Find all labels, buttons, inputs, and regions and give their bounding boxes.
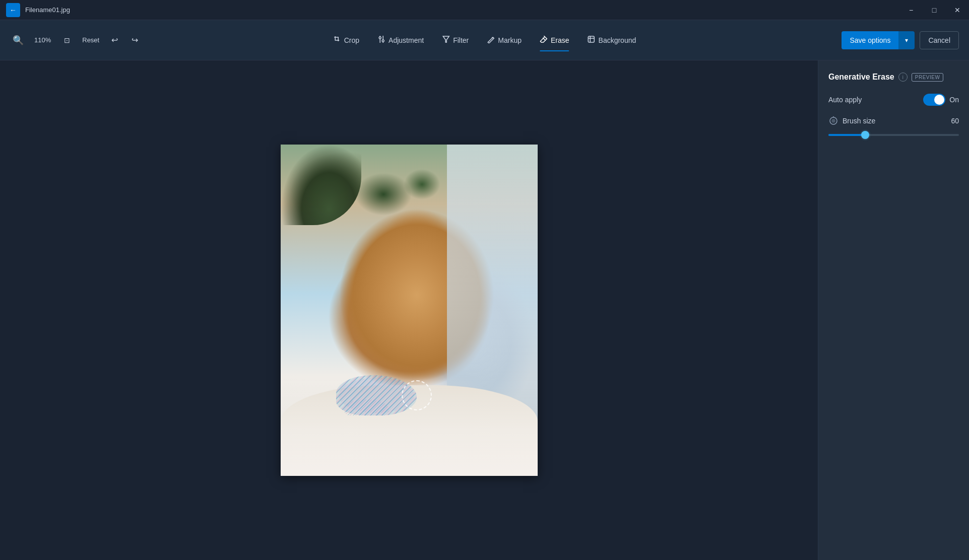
back-button[interactable]: ← [6, 3, 20, 17]
right-panel: Generative Erase i PREVIEW Auto apply On [818, 60, 969, 560]
back-icon: ← [10, 6, 17, 14]
adjustment-tool-button[interactable]: Adjustment [369, 31, 432, 49]
svg-point-0 [379, 37, 381, 39]
toolbar-left-controls: 🔍 110% ⊡ Reset ↩ ↪ [10, 32, 143, 48]
brush-size-icon [828, 116, 838, 126]
background-tool-button[interactable]: Background [579, 31, 644, 49]
filter-tool-button[interactable]: Filter [434, 31, 477, 49]
auto-apply-row: Auto apply On [828, 94, 959, 106]
dog-photo [281, 145, 538, 476]
info-icon[interactable]: i [898, 73, 908, 82]
erase-label: Erase [551, 36, 569, 44]
preview-badge: PREVIEW [912, 73, 944, 82]
canvas-area[interactable] [0, 60, 818, 560]
toolbar-tools: Crop Adjustment Filter [325, 31, 644, 49]
adjustment-icon [377, 35, 385, 45]
window-controls: − □ ✕ [899, 0, 969, 20]
toggle-knob [934, 95, 944, 105]
reset-button[interactable]: Reset [79, 34, 102, 46]
brush-size-label: Brush size [843, 117, 875, 125]
dropdown-chevron-icon: ▾ [905, 37, 908, 44]
background-label: Background [599, 36, 636, 44]
redo-button[interactable]: ↪ [126, 32, 143, 48]
toolbar: 🔍 110% ⊡ Reset ↩ ↪ Crop [0, 20, 969, 60]
save-options-dropdown-button[interactable]: ▾ [898, 31, 915, 49]
svg-marker-6 [443, 36, 449, 42]
photo-container [281, 145, 538, 476]
brush-size-slider-container [828, 132, 959, 138]
filter-icon [442, 35, 450, 45]
crop-tool-button[interactable]: Crop [325, 31, 367, 49]
slider-thumb[interactable] [861, 131, 869, 139]
background-icon [588, 35, 596, 45]
toolbar-right-controls: Save options ▾ Cancel [842, 31, 959, 49]
erase-overlay [336, 365, 437, 415]
panel-title: Generative Erase [828, 73, 894, 82]
auto-apply-label: Auto apply [828, 96, 862, 104]
title-bar: ← Filename01.jpg − □ ✕ [0, 0, 969, 20]
cancel-button[interactable]: Cancel [920, 31, 959, 49]
filter-label: Filter [453, 36, 469, 44]
fit-view-button[interactable]: ⊡ [59, 32, 75, 48]
brush-size-value: 60 [951, 117, 959, 125]
auto-apply-state: On [949, 96, 959, 104]
undo-icon: ↩ [111, 35, 118, 45]
crop-icon [333, 35, 341, 45]
fit-view-icon: ⊡ [64, 36, 70, 44]
markup-label: Markup [498, 36, 522, 44]
maximize-button[interactable]: □ [923, 0, 946, 20]
panel-header: Generative Erase i PREVIEW [828, 73, 959, 82]
adjustment-label: Adjustment [389, 36, 424, 44]
main-area: Generative Erase i PREVIEW Auto apply On [0, 60, 969, 560]
markup-tool-button[interactable]: Markup [479, 31, 530, 49]
zoom-out-icon: 🔍 [13, 35, 24, 46]
filename-label: Filename01.jpg [25, 6, 70, 14]
minimize-button[interactable]: − [899, 0, 923, 20]
erase-icon [540, 35, 548, 45]
crop-label: Crop [344, 36, 359, 44]
markup-icon [487, 35, 495, 45]
window-bg [447, 145, 538, 426]
toggle-wrapper: On [923, 94, 959, 106]
svg-line-7 [543, 38, 545, 40]
save-options-wrapper: Save options ▾ [842, 31, 915, 49]
zoom-out-button[interactable]: 🔍 [10, 32, 26, 48]
zoom-level-display[interactable]: 110% [30, 34, 55, 46]
close-button[interactable]: ✕ [946, 0, 969, 20]
brush-size-row: Brush size 60 [828, 116, 959, 126]
erase-tool-button[interactable]: Erase [532, 31, 577, 49]
slider-track [828, 134, 959, 136]
brush-cursor [402, 380, 432, 410]
redo-icon: ↪ [132, 35, 138, 45]
brush-size-left: Brush size [828, 116, 875, 126]
auto-apply-toggle[interactable] [923, 94, 945, 106]
svg-rect-8 [589, 36, 595, 42]
slider-fill [828, 134, 865, 136]
undo-button[interactable]: ↩ [106, 32, 122, 48]
save-options-button[interactable]: Save options [842, 31, 898, 49]
svg-point-15 [832, 119, 835, 122]
svg-point-1 [382, 40, 384, 42]
